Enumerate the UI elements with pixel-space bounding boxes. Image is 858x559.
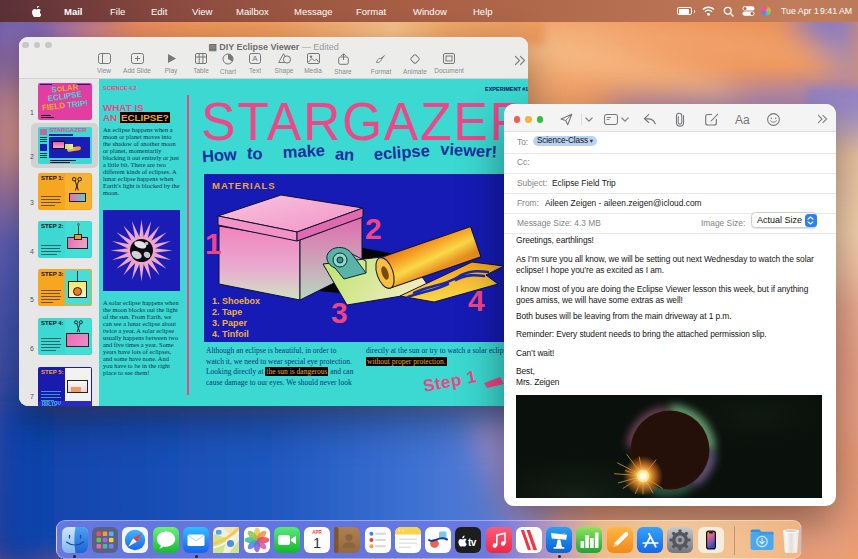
svg-text:MATERIALS: MATERIALS [212,180,276,191]
svg-text:4: 4 [468,284,485,317]
svg-text:2. Tape: 2. Tape [212,307,242,317]
svg-text:1: 1 [313,535,321,551]
svg-text:2: 2 [365,212,382,245]
svg-text:1. Shoebox: 1. Shoebox [212,296,260,306]
svg-text:1: 1 [205,227,222,260]
svg-text:3. Paper: 3. Paper [212,318,248,328]
svg-text:4. Tinfoil: 4. Tinfoil [212,329,249,339]
svg-text:tv: tv [468,537,477,548]
svg-text:3: 3 [331,296,348,329]
